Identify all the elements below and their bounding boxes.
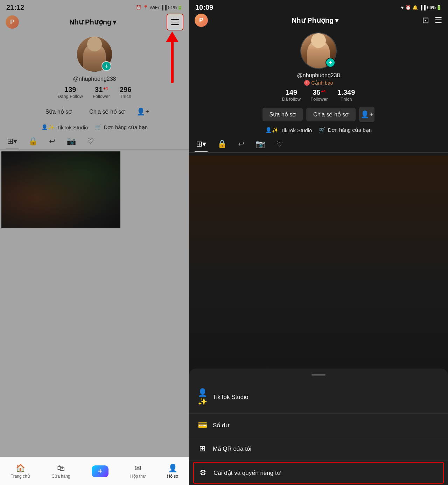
tiktok-studio-icon-left: 👤✨: [41, 124, 55, 130]
tiktok-studio-sheet-label: TikTok Studio: [213, 394, 248, 401]
tab-tagged-left[interactable]: 📷: [65, 134, 77, 149]
tiktok-studio-link-right[interactable]: 👤✨ TikTok Studio: [265, 127, 312, 133]
tab-private-left[interactable]: 🔒: [27, 134, 39, 149]
warning-dot-icon: !: [304, 80, 310, 86]
orders-icon-left: 🛒: [95, 124, 102, 130]
warning-badge-right: ! Cảnh báo: [304, 80, 333, 86]
stat-likes-right[interactable]: 1.349 Thích: [337, 88, 355, 102]
avatar-figure-left: [83, 44, 106, 72]
orders-label-left: Đơn hàng của bạn: [104, 124, 148, 130]
tab-reposts-left[interactable]: ↩: [48, 134, 57, 149]
orders-link-left[interactable]: 🛒 Đơn hàng của bạn: [95, 124, 148, 130]
tabs-row-right: ⊞▾ 🔒 ↩ 📷 ♡: [189, 137, 448, 153]
edit-profile-button-right[interactable]: Sửa hồ sơ: [262, 108, 303, 121]
video-thumbnail-left[interactable]: [1, 151, 120, 228]
stat-follower-right[interactable]: 35 +4 Follower: [310, 88, 328, 102]
status-icons-left: ⏰ 📍 WiFi ▐▐ 51%🔋: [136, 5, 183, 10]
stat-follower-left[interactable]: 31 +4 Follower: [93, 86, 110, 99]
stat-following-left[interactable]: 139 Đang Follow: [58, 86, 83, 99]
tab-tagged-right[interactable]: 📷: [254, 137, 266, 152]
sheet-item-tiktok-studio[interactable]: 👤✨ TikTok Studio: [189, 381, 448, 414]
settings-label: Cài đặt và quyền riêng tư: [214, 469, 281, 477]
qr-icon: ⊞: [197, 444, 207, 453]
tabs-row-left: ⊞▾ 🔒 ↩ 📷 ♡: [0, 134, 189, 150]
tab-private-right[interactable]: 🔒: [216, 137, 228, 152]
chevron-icon-left: ▾: [113, 18, 116, 26]
avatar-small-left: P: [6, 15, 19, 29]
add-friend-button-right[interactable]: 👤+: [359, 107, 374, 122]
sheet-handle: [312, 374, 326, 376]
tab-videos-right[interactable]: ⊞▾: [195, 137, 208, 152]
stat-label-likes-left: Thích: [120, 94, 131, 99]
tab-reposts-right[interactable]: ↩: [237, 137, 246, 152]
tiktok-studio-icon-right: 👤✨: [265, 127, 279, 133]
avatar-add-badge-left[interactable]: +: [102, 61, 111, 71]
nav-home-left[interactable]: 🏠 Trang chủ: [11, 464, 30, 479]
stat-label-following-left: Đang Follow: [58, 94, 83, 99]
menu-line-3: [171, 24, 179, 25]
stat-plus-follower-right: +4: [321, 89, 326, 93]
username-header-left[interactable]: Như Phượng ▾: [69, 18, 116, 26]
stat-num-following-right: 149: [286, 88, 297, 97]
right-profile-area: 10:09 ♥ ⏰ 🔔 ▐▐ 66%🔋 P Như Phượng ▾ ⊡ ☰: [189, 0, 448, 156]
stat-num-follower-right: 35 +4: [313, 88, 326, 97]
stat-label-follower-left: Follower: [93, 94, 110, 99]
share-icon-right[interactable]: ⊡: [422, 15, 429, 25]
battery-left: 51%🔋: [168, 5, 183, 10]
alarm-icon: ⏰: [136, 5, 141, 10]
header-left: P Như Phượng ▾: [0, 14, 189, 33]
menu-icon-right[interactable]: ☰: [435, 15, 442, 25]
tiktok-studio-link-left[interactable]: 👤✨ TikTok Studio: [41, 124, 88, 130]
sheet-item-settings[interactable]: ⚙ Cài đặt và quyền riêng tư: [193, 462, 444, 484]
stats-row-left: 139 Đang Follow 31 +4 Follower 296 Thích: [58, 86, 132, 99]
tiktok-studio-label-left: TikTok Studio: [57, 124, 88, 130]
action-row-right: Sửa hồ sơ Chia sẻ hồ sơ 👤+: [262, 107, 375, 122]
home-icon-left: 🏠: [16, 464, 25, 473]
menu-button-left[interactable]: [167, 14, 183, 30]
tab-liked-right[interactable]: ♡: [275, 137, 285, 152]
balance-icon: 💳: [197, 421, 207, 430]
action-row-left: Sửa hồ sơ Chia sẻ hồ sơ 👤+: [38, 104, 151, 119]
share-profile-button-right[interactable]: Chia sẻ hồ sơ: [306, 108, 356, 121]
tab-liked-left[interactable]: ♡: [86, 134, 96, 149]
orders-link-right[interactable]: 🛒 Đơn hàng của bạn: [319, 127, 372, 133]
menu-line-2: [171, 22, 179, 23]
username-header-right[interactable]: Như Phượng ▾: [292, 16, 338, 24]
profile-icon-left: 👤: [168, 464, 177, 473]
stat-label-follower-right: Follower: [310, 97, 328, 102]
orders-label-right: Đơn hàng của bạn: [328, 127, 372, 133]
bottom-sheet: 👤✨ TikTok Studio 💳 Số dư ⊞ Mã QR của tôi…: [189, 369, 448, 485]
share-profile-button-left[interactable]: Chia sẻ hồ sơ: [82, 105, 132, 119]
tab-videos-left[interactable]: ⊞▾: [6, 134, 19, 149]
header-right: P Như Phượng ▾ ⊡ ☰: [189, 14, 448, 30]
status-bar-left: 21:12 ⏰ 📍 WiFi ▐▐ 51%🔋: [0, 0, 189, 14]
status-time-left: 21:12: [6, 3, 24, 12]
shop-icon-left: 🛍: [57, 464, 65, 473]
video-grid-left: [0, 150, 189, 230]
avatar-add-badge-right[interactable]: +: [326, 58, 335, 67]
status-time-right: 10:09: [195, 3, 213, 12]
nav-profile-left[interactable]: 👤 Hồ sơ: [167, 464, 178, 479]
heart-icon-right: ♥: [401, 5, 404, 10]
inbox-icon-left: ✉: [135, 464, 141, 473]
stat-likes-left[interactable]: 296 Thích: [120, 86, 131, 99]
nav-shop-left[interactable]: 🛍 Cửa hàng: [51, 464, 70, 479]
signal-right: ▐▐: [419, 5, 426, 10]
stat-following-right[interactable]: 149 Đã follow: [282, 88, 301, 102]
nav-create-left[interactable]: +: [92, 465, 108, 477]
wifi-icon: WiFi: [150, 5, 159, 10]
stat-num-likes-right: 1.349: [337, 88, 355, 97]
add-friend-icon-right: 👤+: [360, 110, 373, 119]
sheet-item-balance[interactable]: 💳 Số dư: [189, 414, 448, 437]
nav-inbox-label-left: Hộp thư: [130, 474, 146, 479]
quick-links-left: 👤✨ TikTok Studio 🛒 Đơn hàng của bạn: [41, 124, 148, 130]
stat-num-likes-left: 296: [120, 86, 131, 94]
signal-icon: ▐▐: [160, 5, 167, 10]
nav-inbox-left[interactable]: ✉ Hộp thư: [130, 464, 146, 479]
add-friend-button-left[interactable]: 👤+: [135, 104, 150, 119]
battery-right: 66%🔋: [427, 5, 442, 10]
orders-icon-right: 🛒: [319, 127, 326, 133]
sheet-item-qr[interactable]: ⊞ Mã QR của tôi: [189, 437, 448, 461]
edit-profile-button-left[interactable]: Sửa hồ sơ: [38, 105, 79, 119]
username-text-right: Như Phượng: [292, 16, 334, 24]
